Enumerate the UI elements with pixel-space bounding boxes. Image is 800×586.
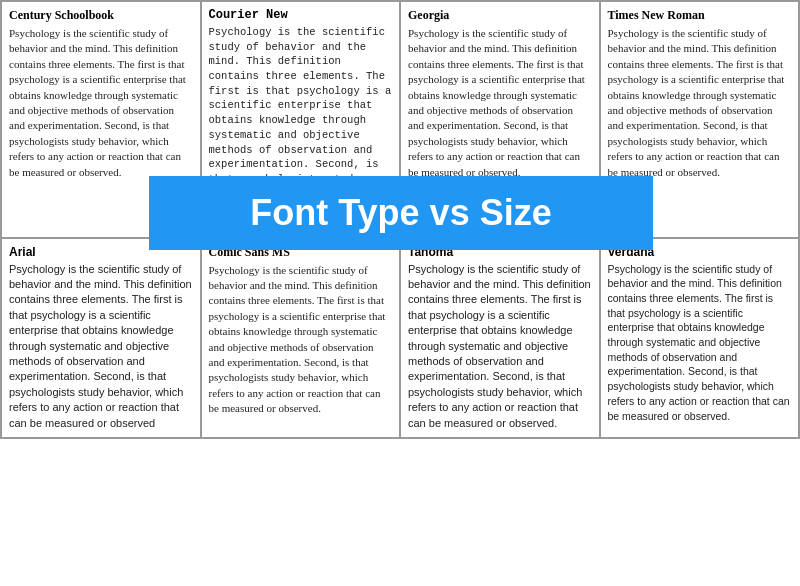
cell-comic-body: Psychology is the scientific study of be… <box>209 263 393 417</box>
cell-comic: Comic Sans MS Psychology is the scientif… <box>201 238 401 438</box>
cell-tahoma: Tahoma Psychology is the scientific stud… <box>400 238 600 438</box>
banner: Font Type vs Size <box>149 176 653 250</box>
cell-georgia-body: Psychology is the scientific study of be… <box>408 26 592 180</box>
cell-verdana-body: Psychology is the scientific study of be… <box>608 262 792 424</box>
cell-georgia-title: Georgia <box>408 8 592 23</box>
cell-arial: Arial Psychology is the scientific study… <box>1 238 201 438</box>
cell-times-title: Times New Roman <box>608 8 792 23</box>
cell-verdana: Verdana Psychology is the scientific stu… <box>600 238 800 438</box>
cell-tahoma-body: Psychology is the scientific study of be… <box>408 262 592 431</box>
cell-century-body: Psychology is the scientific study of be… <box>9 26 193 180</box>
cell-times-body: Psychology is the scientific study of be… <box>608 26 792 180</box>
banner-text: Font Type vs Size <box>250 192 551 234</box>
cell-courier-title: Courier New <box>209 8 393 22</box>
font-comparison-grid: Century Schoolbook Psychology is the sci… <box>0 0 800 439</box>
cell-century-title: Century Schoolbook <box>9 8 193 23</box>
cell-arial-body: Psychology is the scientific study of be… <box>9 262 193 431</box>
